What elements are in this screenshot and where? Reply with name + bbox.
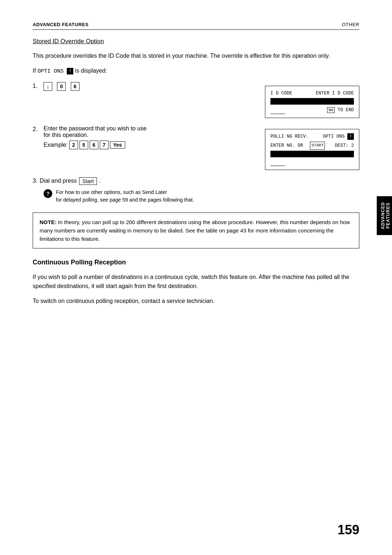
help-text1: For how to use other options, such as Se…	[56, 189, 194, 196]
header-right: OTHER	[342, 22, 359, 27]
lcd1-no-toend: NO TO END	[327, 106, 354, 114]
step3-line: 3. Dial and press Start .	[33, 177, 359, 185]
lcd2-polling: POLLI NG RECV.	[270, 133, 309, 140]
step2-text-block: Enter the password that you wish to use …	[44, 125, 254, 149]
step2-text1: Enter the password that you wish to use	[44, 125, 254, 132]
section1-title: Stored ID Override Option	[33, 38, 359, 45]
note-label: NOTE:	[40, 219, 57, 225]
lcd2-options-row: OPTI ONS !	[323, 133, 354, 140]
lcd1-black-bar	[270, 98, 354, 105]
step2-text2: for this operation.	[44, 132, 254, 138]
sidebar-text: ADVANCEDFEATURES	[380, 202, 391, 229]
step1-number: 1.	[33, 82, 44, 89]
key-6b: 6	[90, 141, 98, 149]
lcd2-display: POLLI NG RECV. OPTI ONS ! ENTER NO. OR S…	[265, 129, 359, 170]
section2-body1: If you wish to poll a number of destinat…	[33, 273, 359, 291]
key-5: 5	[79, 141, 88, 149]
key-0: 0	[57, 82, 66, 91]
help-row: ? For how to use other options, such as …	[44, 189, 359, 204]
lcd2-dest: DEST: 2	[335, 142, 354, 149]
help-text2: for delayed polling, see page 59 and the…	[56, 196, 194, 204]
step3-period: .	[99, 178, 101, 184]
key-6: 6	[71, 82, 79, 91]
yes-button: Yes	[110, 141, 125, 149]
help-text: For how to use other options, such as Se…	[56, 189, 194, 204]
lcd2-enterno: ENTER NO. OR	[270, 142, 303, 149]
step1-content: 1. ↓ 0 6	[33, 82, 254, 91]
step2-row: 2. Enter the password that you wish to u…	[33, 125, 359, 170]
page-header: ADVANCED FEATURES OTHER	[33, 22, 359, 30]
key-2: 2	[69, 141, 78, 149]
lcd2-start-btn: START	[310, 142, 325, 150]
lcd2-options-icon: !	[347, 133, 354, 140]
step2-left: 2. Enter the password that you wish to u…	[33, 125, 254, 153]
lcd1-idcode: I D CODE	[270, 90, 292, 97]
if-options-text: If OPTI ONS ! is displayed:	[33, 66, 359, 76]
page-number: 159	[338, 522, 359, 538]
step2-lcd: POLLI NG RECV. OPTI ONS ! ENTER NO. OR S…	[265, 129, 359, 170]
step1-row: 1. ↓ 0 6 I D CODE ENTER I D CODE	[33, 82, 359, 118]
lcd2-underline	[270, 158, 285, 166]
lcd1-display: I D CODE ENTER I D CODE NO TO END	[265, 86, 359, 118]
step2-number: 2.	[33, 125, 44, 133]
help-icon: ?	[44, 189, 52, 198]
section2-body2: To switch on continuous polling receptio…	[33, 297, 359, 306]
lcd1-row3: NO TO END	[270, 106, 354, 114]
lcd1-enterid: ENTER I D CODE	[316, 90, 354, 97]
section2-title: Continuous Polling Reception	[33, 259, 359, 266]
step3-number: 3.	[33, 178, 37, 184]
example-label: Example:	[44, 142, 68, 148]
note-text: In theory, you can poll up to 200 differ…	[40, 219, 350, 242]
lcd1-no: NO	[327, 107, 335, 113]
step1-lcd: I D CODE ENTER I D CODE NO TO END	[265, 86, 359, 118]
lcd1-toend: TO END	[338, 108, 354, 113]
step1-left: 1. ↓ 0 6	[33, 82, 254, 94]
key-7: 7	[100, 141, 109, 149]
section1-body1: This procedure overrides the ID Code tha…	[33, 52, 359, 61]
key-downarrow: ↓	[44, 82, 52, 91]
step1-keys: ↓ 0 6	[44, 82, 254, 91]
step2-content: 2. Enter the password that you wish to u…	[33, 125, 254, 149]
start-button: Start	[79, 177, 97, 185]
options-mono: OPTI ONS	[37, 68, 67, 74]
is-displayed: is displayed:	[75, 68, 107, 74]
sidebar-tab: ADVANCEDFEATURES	[377, 196, 392, 235]
step3-text: Dial and press	[40, 178, 77, 184]
options-icon: !	[67, 68, 73, 74]
if-label: If	[33, 68, 37, 74]
lcd1-row1: I D CODE ENTER I D CODE	[270, 90, 354, 97]
note-box: NOTE: In theory, you can poll up to 200 …	[33, 212, 359, 249]
lcd1-underline	[270, 106, 285, 114]
lcd2-row1: POLLI NG RECV. OPTI ONS !	[270, 133, 354, 140]
example-line: Example: 2 5 6 7 Yes	[44, 141, 254, 149]
header-left: ADVANCED FEATURES	[33, 22, 89, 27]
lcd2-black-bar	[270, 151, 354, 157]
lcd2-row2: ENTER NO. OR START DEST: 2	[270, 142, 354, 150]
